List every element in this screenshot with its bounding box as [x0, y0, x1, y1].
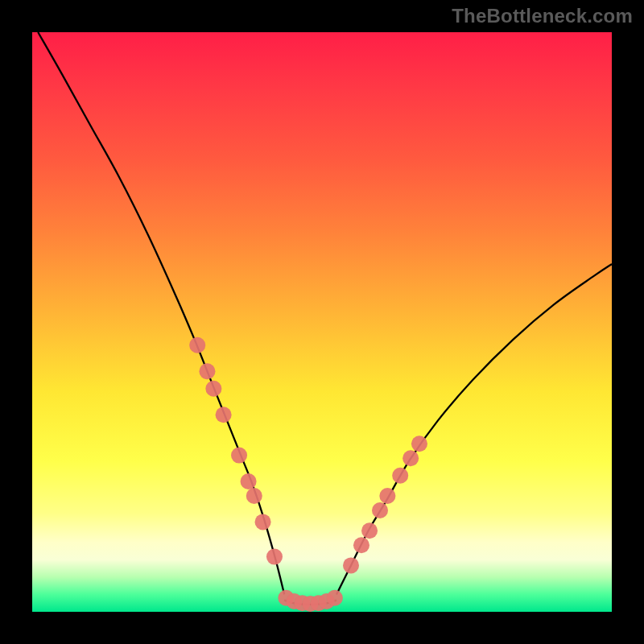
- marker-right: [392, 468, 408, 484]
- marker-right: [379, 488, 395, 504]
- marker-right: [343, 557, 359, 573]
- marker-left: [199, 363, 215, 379]
- plot-area: [32, 32, 612, 612]
- bottleneck-curve: [32, 32, 612, 612]
- marker-left: [189, 337, 205, 353]
- marker-left: [205, 381, 221, 397]
- curve-left-branch: [38, 32, 284, 594]
- marker-left: [231, 448, 247, 464]
- marker-left: [246, 488, 262, 504]
- marker-left: [241, 473, 257, 489]
- marker-right: [361, 522, 378, 539]
- curve-right-branch: [336, 264, 612, 594]
- marker-left: [266, 549, 283, 565]
- marker-left: [216, 407, 232, 423]
- marker-plateau: [327, 590, 343, 606]
- marker-right: [353, 537, 369, 553]
- chart-frame: TheBottleneck.com: [0, 0, 644, 644]
- watermark-text: TheBottleneck.com: [452, 5, 633, 27]
- marker-left: [255, 514, 271, 530]
- marker-right: [372, 502, 388, 518]
- marker-right: [411, 436, 427, 452]
- marker-right: [402, 450, 419, 466]
- data-markers: [189, 337, 427, 612]
